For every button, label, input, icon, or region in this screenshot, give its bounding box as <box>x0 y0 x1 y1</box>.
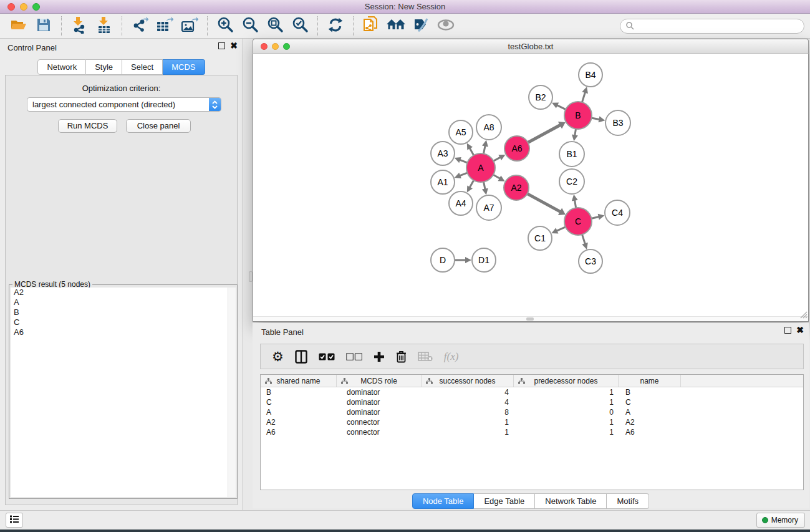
network-window-titlebar[interactable]: testGlobe.txt <box>253 39 809 54</box>
delete-table-icon[interactable] <box>418 349 433 365</box>
tab-style[interactable]: Style <box>86 59 122 75</box>
run-mcds-button[interactable]: Run MCDS <box>58 119 117 133</box>
table-row[interactable]: Adominator80A <box>261 407 803 417</box>
zoom-fit-icon <box>266 16 284 36</box>
tab-motifs[interactable]: Motifs <box>607 493 649 509</box>
search-field[interactable] <box>620 19 804 34</box>
delete-column-trash-icon[interactable] <box>396 349 407 365</box>
hide-label-button[interactable] <box>408 15 433 37</box>
export-image-button[interactable] <box>177 15 202 37</box>
node-table-body: Bdominator41BCdominator41CAdominator80AA… <box>261 387 803 437</box>
search-input[interactable] <box>634 20 804 32</box>
show-columns-icon[interactable] <box>295 349 307 365</box>
table-panel-title: Table Panel <box>261 327 304 337</box>
deselect-all-checks-icon[interactable] <box>346 349 362 365</box>
resize-grip-icon[interactable] <box>799 311 808 321</box>
import-table-button[interactable] <box>92 15 117 37</box>
toolbar-separator <box>122 16 122 36</box>
close-table-panel-icon[interactable]: ✖ <box>796 327 804 334</box>
graph-node-label: A <box>478 163 484 173</box>
network-window: testGlobe.txt B4B2BB3A8A5A6A3B1AA1C2A2A4… <box>253 39 809 322</box>
network-window-title: testGlobe.txt <box>253 42 808 51</box>
graph-node-label: C3 <box>585 256 596 266</box>
graph-node-label: C <box>575 216 581 226</box>
tab-edge-table[interactable]: Edge Table <box>474 493 535 509</box>
optimization-criterion-label: Optimization criterion: <box>0 84 243 93</box>
graph-node-label: A4 <box>455 198 466 208</box>
tab-select[interactable]: Select <box>122 59 163 75</box>
memory-status-icon <box>762 517 768 523</box>
task-history-button[interactable] <box>6 513 23 528</box>
zoom-fit-button[interactable] <box>263 15 287 37</box>
refresh-button[interactable] <box>323 15 348 37</box>
close-panel-icon[interactable]: ✖ <box>230 42 238 49</box>
result-item[interactable]: C <box>11 317 228 327</box>
column-header[interactable]: name <box>619 375 681 387</box>
memory-button[interactable]: Memory <box>756 513 805 528</box>
network-vertical-scrollbar[interactable] <box>249 54 253 321</box>
show-hide-button[interactable] <box>433 15 458 37</box>
graph-edge[interactable] <box>526 193 561 213</box>
toolbar-separator <box>353 16 354 36</box>
network-horizontal-scrollbar[interactable] <box>253 316 808 321</box>
zoom-out-button[interactable] <box>238 15 263 37</box>
mcds-result-list: A2ABCA6 <box>11 288 228 497</box>
main-area: Control Panel ✖ NetworkStyleSelectMCDS O… <box>0 39 810 510</box>
table-row[interactable]: A2connector11A2 <box>261 417 803 427</box>
result-item[interactable]: B <box>11 307 228 317</box>
refresh-icon <box>327 17 344 35</box>
graph-edge-arrow <box>572 135 578 142</box>
zoom-in-button[interactable] <box>213 15 238 37</box>
save-session-button[interactable] <box>31 15 56 37</box>
result-item[interactable]: A6 <box>11 327 228 337</box>
close-panel-button[interactable]: Close panel <box>126 119 191 133</box>
column-header[interactable]: MCDS role <box>337 375 422 387</box>
export-network-button[interactable] <box>127 15 152 37</box>
graph-node-label: A2 <box>511 183 521 193</box>
table-row[interactable]: Bdominator41B <box>261 387 803 397</box>
add-column-plus-icon[interactable] <box>374 349 385 365</box>
label-slash-icon <box>412 17 430 34</box>
tab-network[interactable]: Network <box>37 59 86 75</box>
home-button[interactable] <box>383 15 408 37</box>
graph-node-label: C1 <box>534 233 546 243</box>
control-panel: Control Panel ✖ NetworkStyleSelectMCDS O… <box>0 39 243 510</box>
network-view[interactable]: B4B2BB3A8A5A6A3B1AA1C2A2A4A7CC4C1C3DD1 <box>253 54 809 322</box>
select-all-checks-icon[interactable] <box>319 349 335 365</box>
table-settings-gear-icon[interactable]: ⚙ <box>272 349 284 365</box>
zoom-selected-button[interactable] <box>287 15 312 37</box>
graph-node-label: D1 <box>478 255 489 265</box>
export-table-button[interactable] <box>152 15 177 37</box>
criterion-select[interactable]: largest connected component (directed) <box>27 97 221 112</box>
graph-node-label: B <box>575 110 581 120</box>
graph-edge[interactable] <box>582 92 586 104</box>
result-item[interactable]: A <box>11 297 228 307</box>
float-table-panel-icon[interactable] <box>784 327 791 334</box>
tab-network-table[interactable]: Network Table <box>535 493 607 509</box>
open-session-button[interactable] <box>6 15 31 37</box>
graph-node-label: A1 <box>437 177 448 187</box>
table-row[interactable]: A6connector11A6 <box>261 427 803 437</box>
column-header[interactable]: shared name <box>261 375 337 387</box>
export-table-icon <box>156 17 173 35</box>
table-panel: Table Panel ✖ ⚙ <box>253 323 809 508</box>
column-header[interactable]: successor nodes <box>422 375 514 387</box>
tab-mcds[interactable]: MCDS <box>163 59 205 75</box>
function-builder-button[interactable]: f(x) <box>444 349 459 365</box>
float-panel-icon[interactable] <box>218 42 225 49</box>
graph-node-label: C2 <box>566 177 577 186</box>
open-recent-session-button[interactable] <box>359 15 383 37</box>
column-header[interactable]: predecessor nodes <box>514 375 619 387</box>
import-network-button[interactable] <box>67 15 92 37</box>
toolbar-separator <box>61 16 62 36</box>
tab-node-table[interactable]: Node Table <box>412 493 475 509</box>
result-item[interactable]: A2 <box>11 288 228 297</box>
result-scrollbar[interactable] <box>228 288 236 497</box>
graph-edge[interactable] <box>527 125 561 143</box>
export-image-icon <box>181 17 198 35</box>
graph-node-label: B4 <box>585 70 595 80</box>
save-floppy-icon <box>36 17 51 34</box>
table-row[interactable]: Cdominator41C <box>261 397 803 407</box>
workspace: testGlobe.txt B4B2BB3A8A5A6A3B1AA1C2A2A4… <box>243 39 810 510</box>
export-network-icon <box>131 17 148 35</box>
